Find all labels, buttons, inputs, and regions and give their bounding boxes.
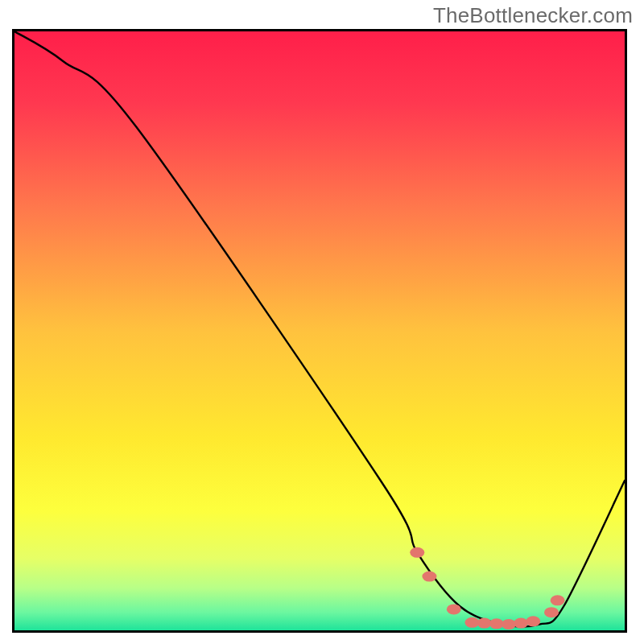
chart-container: TheBottlenecker.com [0, 0, 644, 644]
attribution-label: TheBottlenecker.com [433, 3, 633, 28]
plot-border [12, 29, 627, 633]
